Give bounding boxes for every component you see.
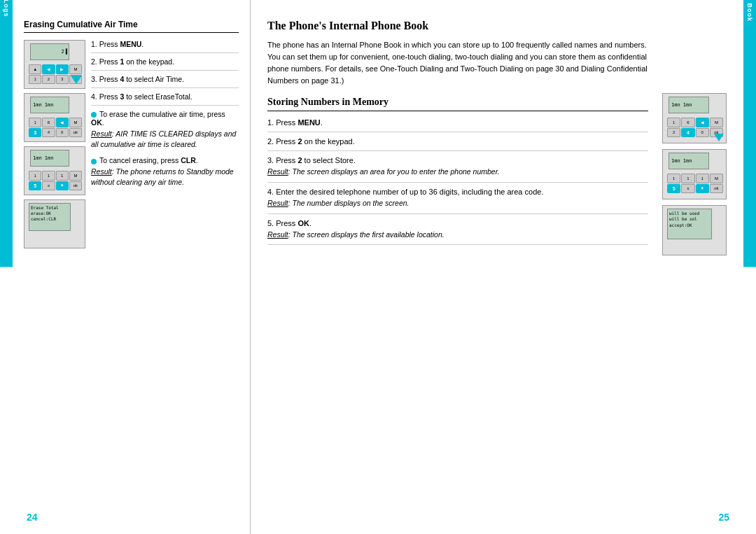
left-column: Erasing Cumulative Air Time 2▐ ▲ ◀ ▶ M xyxy=(13,0,251,534)
left-steps: 1. Press MENU. 2. Press 1 on the keypad.… xyxy=(91,40,239,192)
left-section-title: Erasing Cumulative Air Time xyxy=(24,20,239,33)
right-step-5: 5. Press OK. Result: The screen displays… xyxy=(267,219,648,246)
main-title: The Phone's Internal Phone Book xyxy=(267,20,648,32)
left-step-4: 4. Press 3 to select EraseTotal. xyxy=(91,92,239,106)
right-tab: Phone Book xyxy=(743,0,756,267)
left-tab: Call Logs xyxy=(0,0,13,267)
right-step-2: 2. Press 2 on the keypad. xyxy=(267,137,648,151)
phone-image-r3: will be used will be sol accept:OK xyxy=(662,205,727,255)
left-step-5: To erase the cumulative air time, press … xyxy=(91,110,239,153)
right-content: The Phone's Internal Phone Book The phon… xyxy=(267,20,732,255)
main-layout: Erasing Cumulative Air Time 2▐ ▲ ◀ ▶ M xyxy=(0,0,756,534)
left-tab-label: Call Logs xyxy=(3,0,10,17)
bullet-dot-2 xyxy=(91,159,97,164)
left-step-3: 3. Press 4 to select Air Time. xyxy=(91,75,239,88)
right-step-4: 4. Enter the desired telephone number of… xyxy=(267,188,648,214)
right-tab-label: Phone Book xyxy=(746,0,753,22)
right-phone-images: 1mn 1mn 1 6 ◀ M 2 4 0 ok xyxy=(662,20,732,255)
intro-paragraph: The phone has an Internal Phone Book in … xyxy=(267,39,648,87)
page-num-left: 24 xyxy=(27,512,38,523)
bullet-dot-1 xyxy=(91,112,97,118)
page-num-right: 25 xyxy=(718,512,729,523)
phone-image-1: 2▐ ▲ ◀ ▶ M 1 2 3 ok xyxy=(24,40,85,89)
left-content: 2▐ ▲ ◀ ▶ M 1 2 3 ok xyxy=(24,40,239,248)
right-step-1: 1. Press MENU. xyxy=(267,118,648,132)
page-container: Call Logs Phone Book Erasing Cumulative … xyxy=(0,0,756,534)
right-column: The Phone's Internal Phone Book The phon… xyxy=(251,0,743,534)
phone-image-2: 1mn 1mn 1 8 ◀ M 3 4 0 ok xyxy=(24,93,85,142)
phone-image-r2: 1mn 1mn 1 1 1 M 5 s ▼ ok xyxy=(662,149,727,199)
left-step-1: 1. Press MENU. xyxy=(91,40,239,53)
phone-image-3: 1mn 1mn 1 1 1 M 5 s ▼ ok xyxy=(24,146,85,195)
right-text-section: The Phone's Internal Phone Book The phon… xyxy=(267,20,648,255)
right-steps: 1. Press MENU. 2. Press 2 on the keypad.… xyxy=(267,118,648,245)
left-phone-images: 2▐ ▲ ◀ ▶ M 1 2 3 ok xyxy=(24,40,85,248)
sub-title: Storing Numbers in Memory xyxy=(267,97,648,111)
left-step-6: To cancel erasing, press CLR. Result: Th… xyxy=(91,156,239,191)
right-step-3: 3. Press 2 to select Store. Result: The … xyxy=(267,156,648,183)
left-step-2: 2. Press 1 on the keypad. xyxy=(91,57,239,71)
phone-image-r1: 1mn 1mn 1 6 ◀ M 2 4 0 ok xyxy=(662,93,727,143)
phone-image-4: Erase Total erase:OK cancel:CLR xyxy=(24,199,85,248)
